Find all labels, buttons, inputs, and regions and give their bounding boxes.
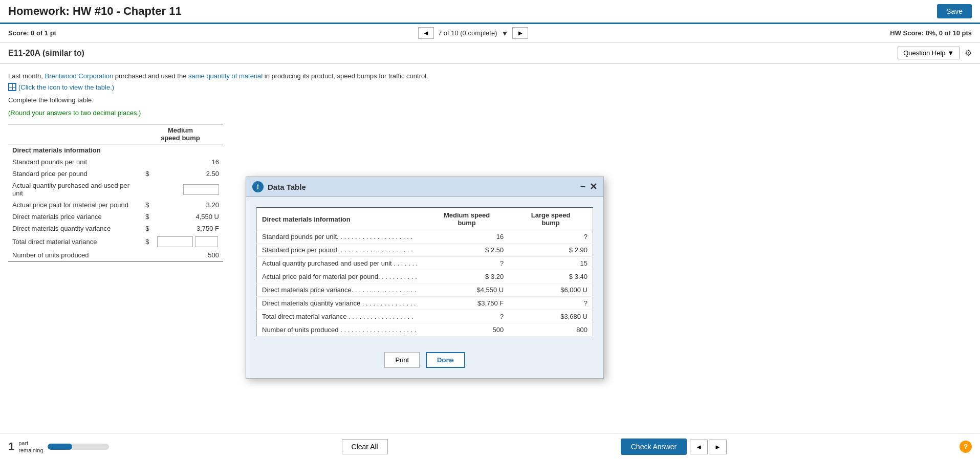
dt-label: Direct materials quantity variance . . .… bbox=[257, 297, 425, 310]
question-help-button[interactable]: Question Help ▼ bbox=[898, 47, 960, 59]
part-label: part remaining bbox=[18, 440, 43, 454]
table-row: Standard pounds per unit 16 bbox=[8, 156, 223, 168]
help-icon[interactable]: ? bbox=[960, 441, 972, 453]
row-label: Number of units produced bbox=[8, 249, 138, 261]
score-bar: Score: 0 of 1 pt ◄ 7 of 10 (0 complete) … bbox=[0, 24, 980, 42]
part-text: part bbox=[18, 440, 43, 447]
col1-header: Direct materials information bbox=[257, 208, 425, 230]
modal-titlebar: i Data Table − ✕ bbox=[246, 177, 603, 197]
complete-text: Complete the following table. bbox=[8, 96, 972, 104]
row-sym bbox=[138, 144, 153, 157]
modal-title-text: Data Table bbox=[268, 183, 306, 191]
nav-label: 7 of 10 (0 complete) bbox=[438, 29, 497, 37]
dt-label: Direct materials price variance. . . . .… bbox=[257, 283, 425, 297]
dt-val1: 500 bbox=[425, 323, 509, 337]
table-row: Direct materials information bbox=[8, 144, 223, 157]
data-table-row: Standard price per pound. . . . . . . . … bbox=[257, 244, 593, 257]
dt-val1: ? bbox=[425, 310, 509, 323]
hw-score: HW Score: 0%, 0 of 10 pts bbox=[890, 29, 972, 37]
col-label-header bbox=[8, 124, 138, 144]
dt-label: Total direct material variance . . . . .… bbox=[257, 310, 425, 323]
answer-table: Mediumspeed bump Direct materials inform… bbox=[8, 124, 223, 261]
settings-icon[interactable]: ⚙ bbox=[965, 48, 972, 58]
bottom-next-button[interactable]: ► bbox=[709, 440, 727, 454]
dt-val1: ? bbox=[425, 257, 509, 270]
data-table-row: Actual quantity purchased and used per u… bbox=[257, 257, 593, 270]
part-remaining: 1 part remaining bbox=[8, 440, 109, 454]
dropdown-icon[interactable]: ▼ bbox=[502, 29, 509, 37]
actual-qty-input[interactable] bbox=[183, 184, 219, 195]
modal-close-button[interactable]: ✕ bbox=[590, 181, 597, 192]
main-content: Last month, Brentwood Corporation purcha… bbox=[0, 64, 980, 460]
round-text: (Round your answers to two decimal place… bbox=[8, 109, 972, 117]
row-label: Standard price per pound bbox=[8, 168, 138, 180]
row-sym: $ bbox=[138, 234, 153, 249]
row-val: 3,750 F bbox=[153, 223, 223, 234]
score-label: Score: bbox=[8, 29, 29, 37]
row-label: Actual price paid for material per pound bbox=[8, 199, 138, 211]
dt-val1: $ 3.20 bbox=[425, 270, 509, 283]
dt-val2: ? bbox=[509, 297, 593, 310]
row-sym bbox=[138, 156, 153, 168]
table-row: Total direct material variance $ bbox=[8, 234, 223, 249]
print-button[interactable]: Print bbox=[384, 352, 420, 368]
total-variance-type-input[interactable] bbox=[195, 236, 218, 247]
progress-bar bbox=[48, 444, 109, 450]
row-val: 4,550 U bbox=[153, 211, 223, 223]
dt-label: Standard price per pound. . . . . . . . … bbox=[257, 244, 425, 257]
bottom-nav: ◄ ► bbox=[690, 440, 727, 454]
dt-val2: $3,680 U bbox=[509, 310, 593, 323]
row-val[interactable] bbox=[153, 180, 223, 199]
row-sym: $ bbox=[138, 211, 153, 223]
nav-area: ◄ 7 of 10 (0 complete) ▼ ► bbox=[418, 27, 528, 39]
row-sym bbox=[138, 249, 153, 261]
prev-question-button[interactable]: ◄ bbox=[418, 27, 434, 39]
row-label: Direct materials information bbox=[8, 144, 138, 157]
check-answer-button[interactable]: Check Answer bbox=[621, 439, 687, 455]
data-table-row: Number of units produced . . . . . . . .… bbox=[257, 323, 593, 337]
dt-val2: $ 2.90 bbox=[509, 244, 593, 257]
table-icon bbox=[8, 83, 16, 91]
click-table-link[interactable]: (Click the icon to view the table.) bbox=[8, 83, 972, 91]
next-question-button[interactable]: ► bbox=[512, 27, 528, 39]
bottom-prev-button[interactable]: ◄ bbox=[690, 440, 708, 454]
variance-inputs bbox=[157, 236, 219, 247]
row-val: 500 bbox=[153, 249, 223, 261]
score-display: Score: 0 of 1 pt bbox=[8, 29, 56, 37]
data-table-row: Total direct material variance . . . . .… bbox=[257, 310, 593, 323]
dt-val1: $4,550 U bbox=[425, 283, 509, 297]
dt-val2: 15 bbox=[509, 257, 593, 270]
table-row: Direct materials price variance $ 4,550 … bbox=[8, 211, 223, 223]
row-val: 3.20 bbox=[153, 199, 223, 211]
modal-minimize-button[interactable]: − bbox=[580, 182, 585, 192]
table-row: Number of units produced 500 bbox=[8, 249, 223, 261]
table-row: Standard price per pound $ 2.50 bbox=[8, 168, 223, 180]
info-icon: i bbox=[252, 181, 264, 192]
page-title: Homework: HW #10 - Chapter 11 bbox=[8, 5, 182, 18]
table-row: Actual quantity purchased and used per u… bbox=[8, 180, 223, 199]
modal-title: i Data Table bbox=[252, 181, 306, 192]
done-button[interactable]: Done bbox=[426, 352, 465, 368]
click-table-text[interactable]: (Click the icon to view the table.) bbox=[18, 83, 114, 91]
dt-val1: $3,750 F bbox=[425, 297, 509, 310]
top-header: Homework: HW #10 - Chapter 11 Save bbox=[0, 0, 980, 24]
modal-controls: − ✕ bbox=[580, 181, 597, 192]
total-variance-amount-input[interactable] bbox=[157, 236, 193, 247]
row-val: 2.50 bbox=[153, 168, 223, 180]
data-table-row: Standard pounds per unit. . . . . . . . … bbox=[257, 230, 593, 244]
col2-header: Medium speedbump bbox=[425, 208, 509, 230]
row-label: Direct materials quantity variance bbox=[8, 223, 138, 234]
row-label: Total direct material variance bbox=[8, 234, 138, 249]
row-val[interactable] bbox=[153, 234, 223, 249]
bottom-bar: 1 part remaining Clear All Check Answer … bbox=[0, 433, 980, 460]
question-header: E11-20A (similar to) Question Help ▼ ⚙ bbox=[0, 42, 980, 64]
save-button[interactable]: Save bbox=[937, 4, 972, 18]
question-id: E11-20A (similar to) bbox=[8, 49, 84, 58]
score-value: 0 of 1 pt bbox=[31, 29, 56, 37]
dt-val1: $ 2.50 bbox=[425, 244, 509, 257]
row-sym: $ bbox=[138, 199, 153, 211]
dt-val2: ? bbox=[509, 230, 593, 244]
clear-all-button[interactable]: Clear All bbox=[342, 439, 388, 454]
data-table-modal: i Data Table − ✕ Direct materials inform… bbox=[246, 177, 604, 379]
problem-text: Last month, Brentwood Corporation purcha… bbox=[8, 72, 972, 80]
